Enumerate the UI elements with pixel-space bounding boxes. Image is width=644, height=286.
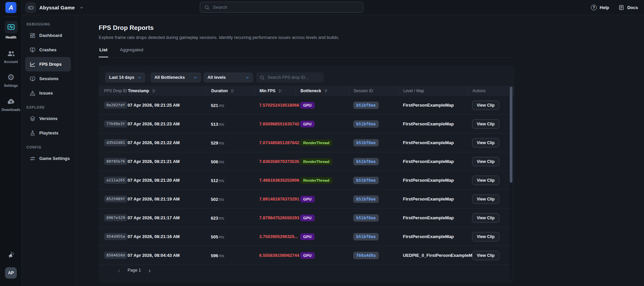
bottleneck-badge: GPU <box>300 196 315 203</box>
sidebar-item-crashes[interactable]: Crashes <box>25 43 71 57</box>
rail-item-downloads[interactable]: Downloads <box>0 97 22 112</box>
fps-drop-id-pill: 8967e329 <box>104 214 127 221</box>
sidebar-item-playtests[interactable]: Playtests <box>25 126 71 140</box>
tab-list[interactable]: List <box>99 44 108 57</box>
duration-value: 596 <box>211 253 218 258</box>
layers-icon <box>30 116 36 122</box>
session-id-chip[interactable]: b51bf8ee <box>353 195 379 203</box>
level-map-cell: FirstPersonExampleMap <box>403 159 472 164</box>
column-header-timestamp[interactable]: Timestamp <box>123 86 211 96</box>
people-icon <box>0 49 22 58</box>
column-header-bottleneck[interactable]: Bottleneck <box>295 86 353 96</box>
session-id-chip[interactable]: b51bf8ee <box>353 177 379 184</box>
session-id-chip[interactable]: b51bf8ee <box>353 233 379 240</box>
icon-rail: A Health Account ⚙ <box>0 0 22 286</box>
warning-triangle-icon <box>30 90 36 96</box>
next-page-button[interactable]: › <box>146 266 154 274</box>
sidebar-item-game-settings[interactable]: Game Settings <box>25 151 71 166</box>
sidebar-section-config: CONFIG <box>27 146 76 149</box>
app-logo-icon[interactable]: A <box>5 2 16 13</box>
sidebar-item-sessions[interactable]: Sessions <box>25 71 71 86</box>
level-map-cell: FirstPersonExampleMap <box>403 140 472 145</box>
chevron-down-icon <box>80 6 84 10</box>
fps-drop-id-pill: 8525089f <box>104 195 127 203</box>
scrollbar-track[interactable] <box>509 86 512 280</box>
date-range-dropdown[interactable]: Last 14 days <box>105 72 145 82</box>
sidebar-label: Game Settings <box>39 156 70 161</box>
rail-item-account[interactable]: Account <box>0 49 22 64</box>
cloud-download-icon <box>0 97 22 106</box>
duration-value: 623 <box>211 216 218 221</box>
global-search-input[interactable] <box>213 5 359 10</box>
duration-unit: ms <box>219 122 224 127</box>
fps-drop-id-pill: d35d2d81 <box>104 139 127 146</box>
level-dropdown[interactable]: All levels <box>203 72 253 82</box>
filter-separator <box>148 74 148 81</box>
search-icon <box>204 5 210 10</box>
timestamp-cell: 07 Apr 2026, 08:21:23 AM <box>128 121 211 126</box>
docs-button[interactable]: Docs <box>618 5 638 10</box>
help-icon: ? <box>591 5 597 10</box>
tab-aggregated[interactable]: Aggregated <box>119 44 144 57</box>
table-row: 80f85b76 07 Apr 2026, 08:21:21 AM 506ms … <box>99 152 514 171</box>
column-header-duration[interactable]: Duration <box>206 86 259 96</box>
view-clip-button[interactable]: View Clip <box>472 176 499 185</box>
duration-unit: ms <box>219 103 224 108</box>
bottleneck-badge: GPU <box>300 102 315 109</box>
bottleneck-badge: RenderThread <box>300 177 332 184</box>
bottleneck-badge: GPU <box>300 121 315 127</box>
crash-monitor-icon <box>30 47 36 53</box>
health-monitor-icon <box>5 21 17 34</box>
bottleneck-badge: GPU <box>300 215 315 221</box>
column-header-min-fps[interactable]: Min FPS <box>255 86 300 96</box>
bottleneck-badge: GPU <box>300 233 315 240</box>
min-fps-value: 3.7503905296325... <box>259 234 300 239</box>
view-clip-button[interactable]: View Clip <box>472 119 499 129</box>
session-id-chip[interactable]: b51bf8ee <box>353 158 379 165</box>
scrollbar-thumb[interactable] <box>510 87 512 183</box>
sidebar-item-dashboard[interactable]: Dashboard <box>25 28 71 43</box>
sidebar-item-versions[interactable]: Versions <box>25 111 71 126</box>
duration-unit: ms <box>219 253 224 258</box>
timestamp-cell: 07 Apr 2026, 08:21:20 AM <box>128 178 211 183</box>
sort-icon <box>152 89 156 93</box>
timestamp-cell: 07 Apr 2026, 08:04:43 AM <box>128 253 211 258</box>
duration-unit: ms <box>219 160 224 164</box>
rail-item-settings[interactable]: ⚙ Settings <box>0 73 22 88</box>
session-id-chip[interactable]: b51bf8ee <box>353 139 379 147</box>
view-clip-button[interactable]: View Clip <box>472 232 499 241</box>
rail-item-health[interactable]: Health <box>0 21 22 39</box>
rail-label-settings: Settings <box>0 83 22 88</box>
table-row: 0e202fdf 07 Apr 2026, 08:21:25 AM 521ms … <box>99 96 514 115</box>
fps-drop-search-input[interactable] <box>268 75 321 80</box>
user-avatar[interactable]: AP <box>5 267 17 279</box>
fps-drop-id-pill: 0e202fdf <box>104 102 127 109</box>
timestamp-cell: 07 Apr 2026, 08:21:17 AM <box>128 215 211 220</box>
view-clip-button[interactable]: View Clip <box>472 138 499 148</box>
view-clip-button[interactable]: View Clip <box>472 101 499 110</box>
view-clip-button[interactable]: View Clip <box>472 213 499 223</box>
megaphone-icon[interactable] <box>0 252 22 260</box>
main-content: FPS Drop Reports Explore frame rate drop… <box>76 15 644 286</box>
column-header-session-id: Session ID <box>349 86 403 96</box>
view-clip-button[interactable]: View Clip <box>472 251 499 260</box>
help-button[interactable]: ? Help <box>591 5 609 10</box>
session-id-chip[interactable]: b51bf8ee <box>353 102 379 109</box>
column-header-actions: Actions <box>467 86 514 96</box>
project-selector[interactable]: Abyssal Game <box>26 2 84 13</box>
sidebar-section-debugging: DEBUGGING <box>27 22 76 26</box>
bottleneck-dropdown[interactable]: All Bottlenecks <box>150 72 201 82</box>
table-header: FPS Drop ID Timestamp Duration Min FPS B… <box>99 86 514 96</box>
session-id-chip[interactable]: f60a4d0a <box>353 252 379 259</box>
sidebar-item-fps-drops[interactable]: FPS Drops <box>25 57 71 71</box>
view-clip-button[interactable]: View Clip <box>472 194 499 204</box>
sidebar-item-issues[interactable]: Issues <box>25 86 71 100</box>
duration-value: 502 <box>211 197 218 202</box>
min-fps-value: 7.879847526550293 <box>259 215 300 220</box>
session-id-chip[interactable]: b51bf8ee <box>353 214 379 222</box>
view-clip-button[interactable]: View Clip <box>472 157 499 166</box>
session-id-chip[interactable]: b51bf8ee <box>353 120 379 128</box>
rail-label-health: Health <box>0 35 22 39</box>
prev-page-button[interactable]: ‹ <box>115 266 123 274</box>
sort-icon <box>278 89 282 93</box>
